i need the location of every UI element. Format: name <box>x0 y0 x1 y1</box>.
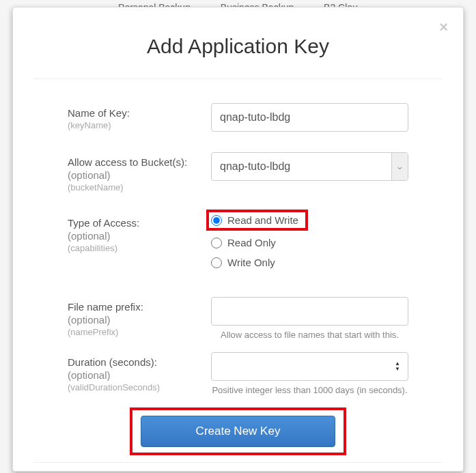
create-new-key-button[interactable]: Create New Key <box>141 416 336 447</box>
radio-read-only-input[interactable] <box>211 238 222 248</box>
highlight-create-button: Create New Key <box>130 407 347 455</box>
add-application-key-modal: × Add Application Key Name of Key: (keyN… <box>12 7 464 472</box>
highlight-read-write: Read and Write <box>206 210 308 231</box>
bucket-select-value[interactable] <box>211 152 408 181</box>
label-key-name: Name of Key: (keyName) <box>68 103 211 130</box>
prefix-hint: Allow access to file names that start wi… <box>211 330 408 340</box>
key-name-input[interactable] <box>211 103 408 132</box>
row-access-type: Type of Access: (optional) (capabilities… <box>68 213 408 276</box>
duration-hint: Positive integer less than 1000 days (in… <box>211 385 408 395</box>
label-duration: Duration (seconds): (optional) (validDur… <box>68 352 211 392</box>
duration-input[interactable] <box>211 352 408 381</box>
label-bucket: Allow access to Bucket(s): (optional) (b… <box>68 152 211 192</box>
row-key-name: Name of Key: (keyName) <box>68 103 408 132</box>
radio-write-only[interactable]: Write Only <box>211 257 408 268</box>
row-bucket: Allow access to Bucket(s): (optional) (b… <box>68 152 408 192</box>
number-spinner-icon[interactable]: ▲▼ <box>395 360 404 373</box>
prefix-input[interactable] <box>211 297 408 326</box>
radio-read-write-input[interactable] <box>211 215 222 226</box>
modal-footer: Cancel <box>33 463 443 473</box>
close-icon[interactable]: × <box>439 20 448 35</box>
modal-title: Add Application Key <box>33 35 443 58</box>
label-access-type: Type of Access: (optional) (capabilities… <box>68 213 211 253</box>
create-button-row: Create New Key <box>68 407 408 455</box>
radio-read-write[interactable]: Read and Write <box>211 214 298 226</box>
radio-read-only[interactable]: Read Only <box>211 237 408 248</box>
row-duration: Duration (seconds): (optional) (validDur… <box>68 352 408 395</box>
access-radio-group: Read and Write Read Only Write Only <box>211 213 408 268</box>
chevron-down-icon[interactable]: ⌵ <box>391 153 408 180</box>
radio-write-only-input[interactable] <box>211 257 222 268</box>
bucket-select[interactable]: ⌵ <box>211 152 408 181</box>
label-prefix: File name prefix: (optional) (namePrefix… <box>68 297 211 337</box>
form-body: Name of Key: (keyName) Allow access to B… <box>33 79 443 462</box>
row-prefix: File name prefix: (optional) (namePrefix… <box>68 297 408 340</box>
